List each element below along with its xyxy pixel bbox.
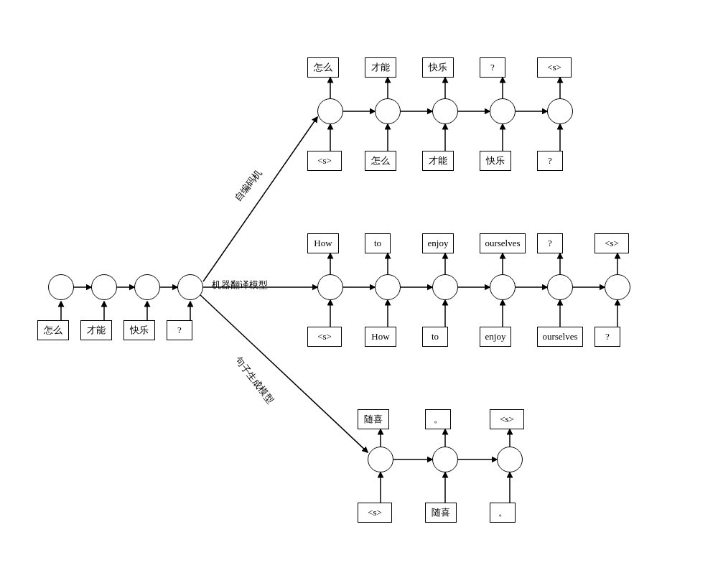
bot-circle-2 — [432, 447, 458, 472]
mid-in-3: to — [422, 327, 448, 347]
input-token-3: 快乐 — [123, 320, 155, 340]
top-in-4: 快乐 — [480, 151, 511, 171]
bot-in-1: <s> — [358, 503, 392, 523]
bot-in-3: 。 — [490, 503, 516, 523]
mid-out-4: ourselves — [480, 233, 526, 253]
input-token-2: 才能 — [80, 320, 112, 340]
mid-out-2: to — [365, 233, 391, 253]
mid-in-4: enjoy — [480, 327, 511, 347]
mid-circle-5 — [547, 274, 573, 300]
top-circle-4 — [490, 98, 516, 124]
bot-circle-3 — [497, 447, 523, 472]
bot-in-2: 随喜 — [425, 503, 457, 523]
encoder-circle-3 — [134, 274, 160, 300]
top-circle-5 — [547, 98, 573, 124]
top-out-2: 才能 — [365, 57, 396, 78]
svg-line-7 — [203, 117, 317, 281]
input-token-4: ? — [167, 320, 192, 340]
mid-in-5: ourselves — [537, 327, 583, 347]
encoder-circle-4 — [177, 274, 203, 300]
encoder-circle-1 — [48, 274, 74, 300]
mid-in-1: <s> — [307, 327, 342, 347]
mid-out-5: ? — [537, 233, 563, 253]
top-in-2: 怎么 — [365, 151, 396, 171]
top-in-3: 才能 — [422, 151, 454, 171]
bot-out-1: 随喜 — [358, 409, 389, 429]
mid-out-6: <s> — [595, 233, 629, 253]
mid-circle-3 — [432, 274, 458, 300]
input-token-1: 怎么 — [37, 320, 69, 340]
mid-circle-6 — [605, 274, 630, 300]
mid-out-3: enjoy — [422, 233, 454, 253]
top-out-1: 怎么 — [307, 57, 339, 78]
bot-circle-1 — [368, 447, 393, 472]
mid-circle-1 — [317, 274, 343, 300]
top-out-4: ? — [480, 57, 505, 78]
mid-circle-2 — [375, 274, 401, 300]
top-out-5: <s> — [537, 57, 572, 78]
mt-model-label: 机器翻译模型 — [212, 279, 268, 291]
top-in-1: <s> — [307, 151, 342, 171]
mid-in-2: How — [365, 327, 396, 347]
top-circle-3 — [432, 98, 458, 124]
mid-circle-4 — [490, 274, 516, 300]
mid-out-1: How — [307, 233, 339, 253]
top-circle-2 — [375, 98, 401, 124]
top-in-5: ? — [537, 151, 563, 171]
top-circle-1 — [317, 98, 343, 124]
svg-line-40 — [200, 294, 368, 452]
encoder-circle-2 — [91, 274, 117, 300]
bot-out-3: <s> — [490, 409, 524, 429]
bot-out-2: 。 — [425, 409, 451, 429]
top-out-3: 快乐 — [422, 57, 454, 78]
diagram: 怎么 才能 快乐 ? 怎么 才能 快乐 ? <s> <s> 怎么 才能 快乐 ?… — [0, 0, 718, 588]
mid-in-6: ? — [595, 327, 620, 347]
